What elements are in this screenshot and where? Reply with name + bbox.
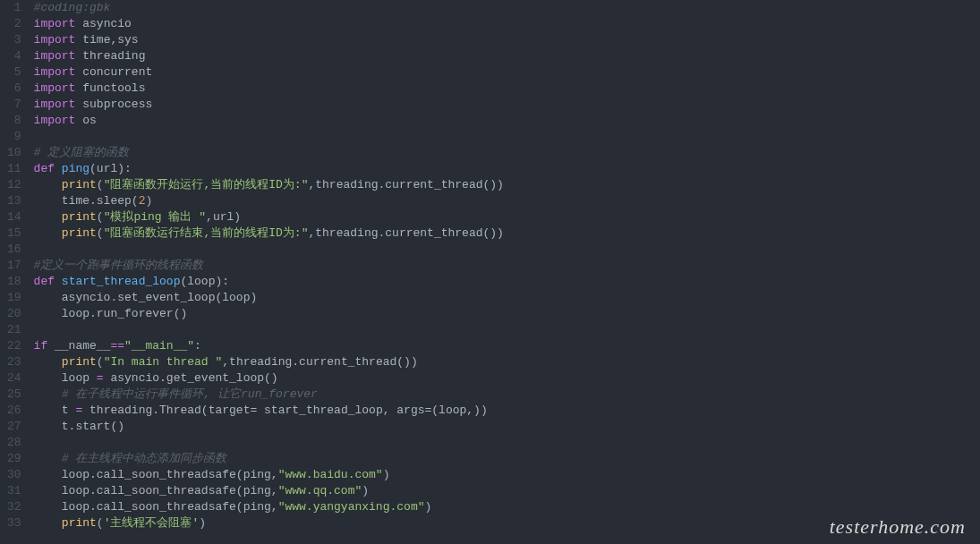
line-number: 18 <box>7 274 21 290</box>
code-line[interactable]: loop.call_soon_threadsafe(ping,"www.qq.c… <box>34 483 504 499</box>
code-line[interactable] <box>34 322 504 338</box>
code-line[interactable]: #coding:gbk <box>34 0 504 16</box>
code-line[interactable]: import time,sys <box>34 32 504 48</box>
line-number: 10 <box>7 145 21 161</box>
code-line[interactable]: import threading <box>34 48 504 64</box>
line-number: 22 <box>7 338 21 354</box>
code-line[interactable] <box>34 242 504 258</box>
line-number: 7 <box>7 97 21 113</box>
line-number: 23 <box>7 354 21 370</box>
code-line[interactable]: #定义一个跑事件循环的线程函数 <box>34 258 504 274</box>
line-number: 27 <box>7 419 21 435</box>
code-line[interactable]: print("模拟ping 输出 ",url) <box>34 209 504 225</box>
code-line[interactable] <box>34 435 504 451</box>
code-editor: 1234567891011121314151617181920212223242… <box>0 0 980 544</box>
code-line[interactable]: import concurrent <box>34 64 504 81</box>
code-line[interactable]: # 在子线程中运行事件循环, 让它run_forever <box>34 387 504 403</box>
code-line[interactable]: loop.run_forever() <box>34 306 504 322</box>
code-line[interactable]: print("阻塞函数运行结束,当前的线程ID为:",threading.cur… <box>34 225 504 242</box>
code-line[interactable]: print('主线程不会阻塞') <box>34 515 504 531</box>
line-number: 33 <box>7 515 21 531</box>
line-number: 13 <box>7 193 21 209</box>
code-line[interactable]: import functools <box>34 81 504 97</box>
line-number: 21 <box>7 322 21 338</box>
line-number: 26 <box>7 403 21 419</box>
line-number: 6 <box>7 81 21 97</box>
line-number: 16 <box>7 242 21 258</box>
line-number: 25 <box>7 387 21 403</box>
line-number: 29 <box>7 451 21 467</box>
line-number: 3 <box>7 32 21 48</box>
line-number: 9 <box>7 129 21 145</box>
code-line[interactable]: print("In main thread ",threading.curren… <box>34 354 504 370</box>
line-number: 20 <box>7 306 21 322</box>
line-number: 19 <box>7 290 21 306</box>
line-number: 17 <box>7 258 21 274</box>
line-number: 15 <box>7 225 21 242</box>
line-number: 31 <box>7 483 21 499</box>
code-line[interactable]: if __name__=="__main__": <box>34 338 504 354</box>
code-line[interactable]: import os <box>34 113 504 129</box>
code-line[interactable]: import asyncio <box>34 16 504 32</box>
line-number: 14 <box>7 209 21 225</box>
code-line[interactable] <box>34 129 504 145</box>
code-line[interactable]: import subprocess <box>34 97 504 113</box>
line-number: 32 <box>7 499 21 515</box>
code-line[interactable]: print("阻塞函数开始运行,当前的线程ID为:",threading.cur… <box>34 177 504 193</box>
code-line[interactable]: time.sleep(2) <box>34 193 504 209</box>
line-number: 12 <box>7 177 21 193</box>
line-number: 24 <box>7 370 21 387</box>
line-number: 4 <box>7 48 21 64</box>
watermark-text: testerhome.com <box>830 519 966 535</box>
line-number: 28 <box>7 435 21 451</box>
line-number: 30 <box>7 467 21 483</box>
code-line[interactable]: def ping(url): <box>34 161 504 177</box>
code-line[interactable]: def start_thread_loop(loop): <box>34 274 504 290</box>
code-area[interactable]: #coding:gbkimport asyncioimport time,sys… <box>30 0 504 544</box>
line-number: 5 <box>7 64 21 81</box>
line-number: 2 <box>7 16 21 32</box>
code-line[interactable]: asyncio.set_event_loop(loop) <box>34 290 504 306</box>
line-number: 8 <box>7 113 21 129</box>
line-number-gutter: 1234567891011121314151617181920212223242… <box>0 0 30 544</box>
code-line[interactable]: t = threading.Thread(target= start_threa… <box>34 403 504 419</box>
code-line[interactable]: loop.call_soon_threadsafe(ping,"www.yang… <box>34 499 504 515</box>
code-line[interactable]: # 在主线程中动态添加同步函数 <box>34 451 504 467</box>
line-number: 11 <box>7 161 21 177</box>
code-line[interactable]: # 定义阻塞的函数 <box>34 145 504 161</box>
line-number: 1 <box>7 0 21 16</box>
code-line[interactable]: loop = asyncio.get_event_loop() <box>34 370 504 387</box>
code-line[interactable]: loop.call_soon_threadsafe(ping,"www.baid… <box>34 467 504 483</box>
code-line[interactable]: t.start() <box>34 419 504 435</box>
